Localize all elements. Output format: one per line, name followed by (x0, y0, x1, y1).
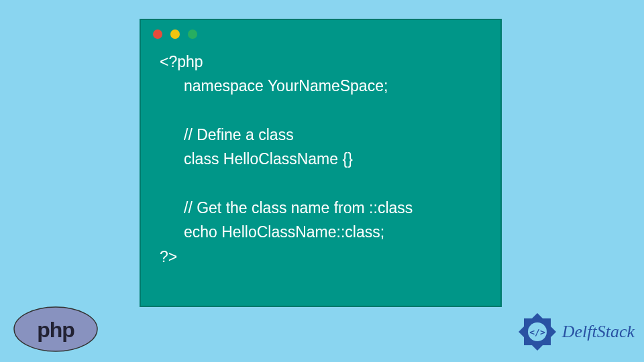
code-line: // Define a class (160, 123, 482, 147)
code-line: ?> (160, 245, 482, 269)
minimize-dot-icon (170, 29, 180, 39)
code-snippet-window: <?php namespace YourNameSpace; // Define… (140, 19, 502, 307)
delftstack-text: DelftStack (562, 322, 635, 342)
code-line: class HelloClassName {} (160, 147, 482, 171)
blank-line (160, 172, 482, 196)
code-content: <?php namespace YourNameSpace; // Define… (141, 44, 500, 282)
close-dot-icon (153, 29, 162, 39)
maximize-dot-icon (188, 29, 197, 39)
delftstack-icon: </> (517, 311, 558, 353)
blank-line (160, 99, 482, 123)
code-line: <?php (160, 50, 482, 74)
svg-text:php: php (37, 318, 74, 342)
window-controls (141, 20, 500, 44)
code-line: // Get the class name from ::class (160, 196, 482, 220)
svg-text:</>: </> (529, 327, 545, 337)
php-logo-icon: php (12, 306, 99, 353)
code-line: namespace YourNameSpace; (160, 74, 482, 98)
code-line: echo HelloClassName::class; (160, 220, 482, 244)
delftstack-logo: </> DelftStack (517, 311, 635, 353)
